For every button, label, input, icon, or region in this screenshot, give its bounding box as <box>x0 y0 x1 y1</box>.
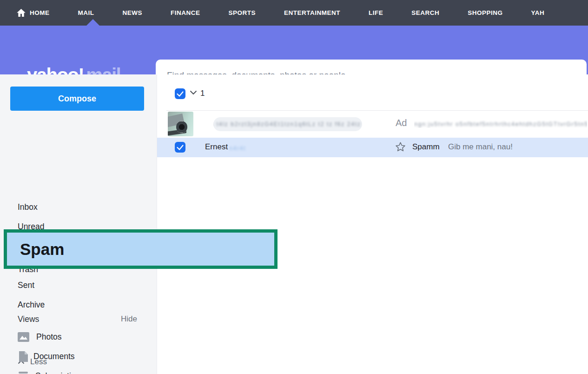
ad-thumbnail-image <box>168 112 193 136</box>
sidebar-item-photos[interactable]: Photos <box>0 327 157 347</box>
nav-item-shopping[interactable]: SHOPPING <box>468 9 502 16</box>
nav-item-search[interactable]: SEARCH <box>411 9 439 16</box>
nav-item-news[interactable]: NEWS <box>123 9 143 16</box>
nav-item-sports[interactable]: SPORTS <box>229 9 256 16</box>
email-meta-redacted: n4r4t <box>229 144 267 152</box>
nav-item-mail[interactable]: MAIL <box>78 9 94 16</box>
sidebar-item-subscriptions[interactable]: Subscriptions <box>0 366 157 374</box>
ad-advertiser-redacted: a1 t4lz b2rzt3jn8zG4Et1tzn1q6tLz t2 tz f… <box>213 117 362 131</box>
view-item-label: Subscriptions <box>35 371 84 374</box>
sidebar-item-spam-highlighted[interactable]: Spam <box>4 229 277 269</box>
email-row-selected[interactable]: Ernest n4r4t Spamm Gib me mani, nau! <box>157 138 588 157</box>
select-all-checkbox[interactable] <box>175 88 185 99</box>
email-checkbox[interactable] <box>175 142 185 153</box>
mail-header: yahoo!mail <box>0 26 588 74</box>
email-sender: Ernest <box>205 142 228 152</box>
compose-button[interactable]: Compose <box>10 87 144 111</box>
photos-icon <box>18 332 29 342</box>
ad-badge: Ad <box>396 118 407 128</box>
nav-item-life[interactable]: LIFE <box>369 9 383 16</box>
ad-row[interactable]: a1 t4lz b2rzt3jn8zG4Et1tzn1q6tLz t2 tz f… <box>157 111 588 137</box>
ad-thumb-art <box>176 121 187 133</box>
sidebar-item-inbox[interactable]: Inbox <box>0 197 157 217</box>
nav-item-finance[interactable]: FINANCE <box>171 9 200 16</box>
selected-count: 1 <box>200 89 205 98</box>
email-snippet: Gib me mani, nau! <box>448 142 513 152</box>
views-title: Views <box>18 309 39 329</box>
nav-item-yahoo-plus[interactable]: YAH <box>531 9 545 16</box>
active-tab-indicator <box>86 19 99 26</box>
email-subject: Spamm <box>412 142 440 152</box>
nav-item-entertainment[interactable]: ENTERTAINMENT <box>284 9 340 16</box>
document-icon <box>19 351 28 362</box>
views-hide-button[interactable]: Hide <box>121 309 137 329</box>
sidebar-item-documents[interactable]: Documents <box>0 347 157 366</box>
views-header: Views Hide <box>0 309 157 329</box>
home-icon <box>17 9 26 17</box>
star-icon[interactable] <box>395 141 406 152</box>
select-options-chevron-icon[interactable] <box>190 90 197 95</box>
ad-subject-redacted: ngn:ju5tvrhr o5nfbtef5ntrhrthc4ehtdhzG5t… <box>414 120 587 128</box>
spam-label: Spam <box>20 240 64 259</box>
nav-item-home[interactable]: HOME <box>17 9 50 17</box>
nav-item-label: HOME <box>30 9 50 16</box>
message-list-pane: 1 a1 t4lz b2rzt3jn8zG4Et1tzn1q6tLz t2 tz… <box>157 74 588 374</box>
sidebar: Compose Inbox Unread Starred Drafts Sent… <box>0 74 157 374</box>
subscriptions-icon <box>17 371 29 374</box>
view-item-label: Documents <box>33 352 75 361</box>
view-item-label: Photos <box>36 332 61 342</box>
